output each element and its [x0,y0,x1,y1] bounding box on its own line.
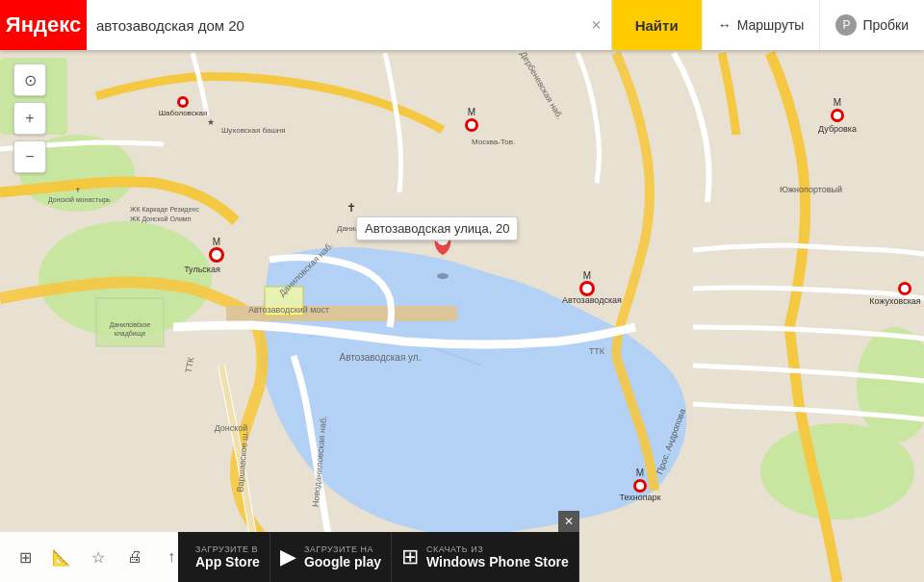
clear-button[interactable]: × [591,15,602,36]
svg-text:М: М [834,97,841,108]
search-input[interactable] [96,17,583,34]
svg-text:★: ★ [207,117,215,127]
google-play-icon: ▶ [280,544,296,569]
svg-text:М: М [468,107,475,117]
svg-point-14 [582,284,592,293]
yandex-logo[interactable]: Яндекс [0,0,87,50]
close-banners-button[interactable]: ✕ [558,511,579,532]
svg-point-41 [437,273,449,279]
svg-point-34 [636,482,644,490]
windowsstore-banner[interactable]: ⊞ Скачать из Windows Phone Store [392,532,579,582]
svg-text:Кожуховская: Кожуховская [869,296,920,306]
svg-text:Москва-Тов.: Москва-Тов. [472,138,515,146]
svg-text:✝: ✝ [75,187,81,193]
pin-label: Автозаводская улица, 20 [356,216,518,240]
bookmark-button[interactable]: ☆ [81,540,116,574]
search-button[interactable]: Найти [612,0,702,50]
routes-label: Маршруты [737,17,805,33]
svg-text:Даниловское: Даниловское [110,321,151,329]
svg-point-39 [901,285,909,292]
print-icon: 🖨 [127,548,142,566]
traffic-label: Пробки [862,17,909,33]
print-button[interactable]: 🖨 [117,540,152,574]
svg-text:Шаболовская: Шаболовская [159,109,207,117]
map-controls: ⊙ + − [13,63,46,173]
search-box: × [87,0,612,50]
traffic-button[interactable]: P Пробки [819,0,924,50]
svg-point-18 [468,121,475,129]
svg-text:Автозаводский мост: Автозаводский мост [248,305,329,315]
svg-text:кладбище: кладбище [115,330,146,338]
svg-point-21 [834,112,841,119]
svg-text:ТТК: ТТК [589,346,605,356]
map-background: М Тульская М Автозаводская М М Дубровка … [0,0,924,582]
googleplay-banner[interactable]: ▶ ЗАГРУЗИТЕ НА Google play [270,532,392,582]
ruler-icon: 📐 [52,548,71,567]
traffic-icon: P [835,14,857,36]
svg-text:✝: ✝ [346,201,356,215]
windows-icon: ⊞ [401,544,419,569]
layers-icon: ⊞ [19,548,32,567]
svg-point-44 [180,99,186,105]
zoom-out-button[interactable]: − [13,140,46,173]
svg-text:Донской монастырь: Донской монастырь [48,196,111,204]
svg-text:Дубровка: Дубровка [818,124,857,134]
share-icon: ↑ [167,548,175,566]
svg-text:Технопарк: Технопарк [619,493,660,502]
svg-text:ЖК Каркаде Резиденс: ЖК Каркаде Резиденс [130,206,199,214]
compass-button[interactable]: ⊙ [13,63,46,96]
map-container[interactable]: М Тульская М Автозаводская М М Дубровка … [0,0,924,582]
svg-text:ЖК Донской Олимп: ЖК Донской Олимп [130,215,192,223]
svg-text:Тульская: Тульская [184,265,220,274]
zoom-in-button[interactable]: + [13,102,46,135]
svg-text:Шуховская башня: Шуховская башня [221,126,286,135]
svg-text:М: М [636,468,644,478]
top-bar: Яндекс × Найти ↔ Маршруты P Пробки [0,0,924,50]
svg-text:Южнопортовый: Южнопортовый [780,185,842,194]
app-banners: ✕ Загрузите в App Store ▶ ЗАГРУЗИТЕ НА G… [178,532,579,582]
appstore-banner[interactable]: Загрузите в App Store [178,532,270,582]
routes-button[interactable]: ↔ Маршруты [702,0,820,50]
svg-text:М: М [583,270,591,281]
svg-text:Автозаводская: Автозаводская [562,295,622,305]
ruler-button[interactable]: 📐 [44,540,79,574]
svg-point-10 [212,250,221,260]
svg-text:Автозаводская ул.: Автозаводская ул. [340,352,422,363]
bookmark-icon: ☆ [91,548,105,567]
compass-icon: ⊙ [24,71,37,89]
svg-text:М: М [213,237,220,247]
routes-icon: ↔ [718,17,732,33]
layers-button[interactable]: ⊞ [8,540,42,574]
svg-text:Донской: Донской [215,423,248,433]
